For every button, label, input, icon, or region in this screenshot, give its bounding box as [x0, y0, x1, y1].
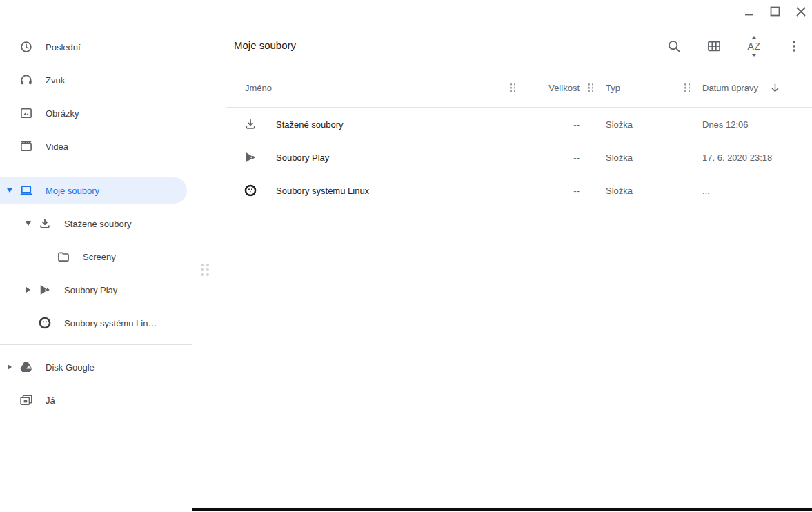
- table-header: Jméno Velikost Typ Datum úpravy: [226, 68, 812, 108]
- close-icon: [793, 3, 809, 20]
- drive-icon: [18, 360, 34, 374]
- sidebar-item-label: Soubory Play: [64, 285, 117, 295]
- file-type: Složka: [606, 141, 633, 174]
- sidebar-item-google-drive[interactable]: Disk Google: [0, 351, 192, 384]
- expand-arrow-icon[interactable]: [21, 221, 35, 226]
- sidebar-item-my-files[interactable]: Moje soubory: [0, 174, 192, 207]
- sidebar-item-videos[interactable]: Videa: [0, 130, 192, 163]
- minimize-icon: [742, 3, 758, 20]
- column-resize-handle[interactable]: [684, 83, 690, 92]
- sidebar-item-label: Videa: [46, 141, 68, 152]
- sidebar-item-label: Moje soubory: [46, 186, 99, 196]
- file-type: Složka: [606, 108, 633, 141]
- column-header-date[interactable]: Datum úpravy: [702, 68, 781, 107]
- sidebar-item-images[interactable]: Obrázky: [0, 97, 192, 130]
- file-size: --: [517, 174, 580, 207]
- sidebar-item-label: Zvuk: [46, 75, 65, 86]
- sidebar-item-linux-files[interactable]: Soubory systému Lin…: [0, 306, 192, 339]
- download-icon: [244, 117, 257, 131]
- grid-view-icon: [706, 39, 722, 54]
- download-icon: [37, 217, 53, 230]
- play-icon: [244, 150, 257, 164]
- main-panel: Moje soubory AZ: [226, 0, 812, 512]
- sidebar-item-label: Poslední: [46, 42, 81, 52]
- file-name: Stažené soubory: [276, 108, 344, 141]
- column-resize-handle[interactable]: [588, 83, 593, 92]
- photos-icon: [18, 393, 34, 407]
- file-name: Soubory systému Linux: [276, 174, 369, 207]
- sidebar: Poslední Zvuk Obrázky: [0, 0, 192, 512]
- image-icon: [18, 106, 34, 120]
- clock-icon: [18, 40, 34, 54]
- sort-az-icon: AZ: [748, 41, 761, 52]
- file-size: --: [517, 108, 580, 141]
- sidebar-item-label: Disk Google: [46, 362, 95, 373]
- penguin-icon: [37, 316, 53, 330]
- column-header-type[interactable]: Typ: [606, 68, 620, 107]
- column-header-name[interactable]: Jméno: [245, 68, 272, 107]
- sidebar-item-label: Já: [46, 395, 55, 406]
- sidebar-divider: [0, 344, 192, 345]
- maximize-button[interactable]: [767, 3, 784, 20]
- sidebar-item-downloads[interactable]: Stažené soubory: [0, 207, 192, 240]
- file-row-linux-files[interactable]: Soubory systému Linux -- Složka ...: [226, 174, 812, 207]
- sidebar-item-me[interactable]: Já: [0, 384, 192, 417]
- sort-descending-icon: [769, 82, 781, 94]
- sidebar-item-label: Obrázky: [46, 108, 79, 119]
- window-controls: [742, 3, 809, 20]
- expand-arrow-icon[interactable]: [3, 188, 17, 193]
- file-type: Složka: [606, 174, 633, 207]
- sort-button[interactable]: AZ: [740, 32, 768, 60]
- sidebar-item-recent[interactable]: Poslední: [0, 30, 192, 63]
- penguin-icon: [244, 184, 257, 197]
- minimize-button[interactable]: [742, 3, 758, 20]
- sidebar-item-screeny[interactable]: Screeny: [0, 240, 192, 273]
- sidebar-item-label: Soubory systému Lin…: [64, 318, 157, 328]
- more-vert-icon: [786, 39, 802, 54]
- file-date: 17. 6. 2020 23:18: [702, 141, 772, 174]
- sidebar-divider: [0, 168, 192, 168]
- main-header: Moje soubory AZ: [226, 0, 812, 68]
- page-title: Moje soubory: [234, 39, 296, 51]
- file-date: ...: [702, 174, 710, 207]
- sidebar-item-audio[interactable]: Zvuk: [0, 63, 192, 97]
- expand-arrow-icon[interactable]: [21, 287, 35, 293]
- expand-arrow-icon[interactable]: [3, 364, 17, 370]
- file-size: --: [517, 141, 580, 174]
- file-row-downloads[interactable]: Stažené soubory -- Složka Dnes 12:06: [226, 108, 812, 141]
- search-button[interactable]: [660, 32, 688, 60]
- sidebar-resize-handle[interactable]: [201, 264, 209, 276]
- play-icon: [37, 283, 53, 297]
- column-header-size[interactable]: Velikost: [517, 68, 580, 107]
- file-row-play-files[interactable]: Soubory Play -- Složka 17. 6. 2020 23:18: [226, 141, 812, 174]
- toolbar: AZ: [660, 32, 808, 60]
- column-resize-handle[interactable]: [510, 83, 515, 92]
- headphones-icon: [18, 73, 34, 87]
- video-icon: [18, 139, 34, 153]
- more-menu-button[interactable]: [780, 32, 808, 60]
- search-icon: [666, 39, 682, 54]
- file-name: Soubory Play: [276, 141, 329, 174]
- file-date: Dnes 12:06: [702, 108, 749, 141]
- sidebar-item-play-files[interactable]: Soubory Play: [0, 273, 192, 306]
- sidebar-item-label: Stažené soubory: [64, 219, 132, 229]
- folder-icon: [55, 250, 72, 264]
- laptop-icon: [18, 184, 34, 197]
- sidebar-item-label: Screeny: [83, 252, 116, 262]
- grid-view-button[interactable]: [700, 32, 728, 60]
- maximize-icon: [767, 3, 784, 20]
- close-button[interactable]: [793, 3, 809, 20]
